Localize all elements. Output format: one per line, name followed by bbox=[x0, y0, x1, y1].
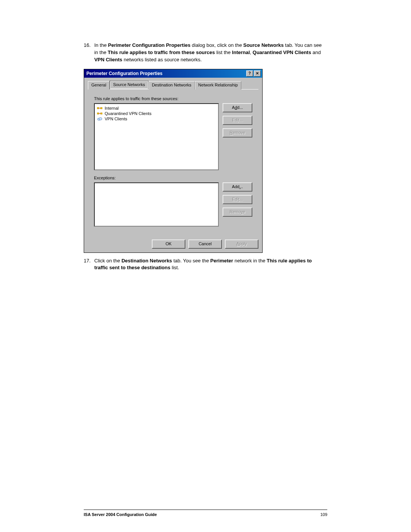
remove-exception-button[interactable]: Remove bbox=[223, 208, 252, 217]
svg-rect-1 bbox=[100, 107, 102, 109]
svg-rect-0 bbox=[97, 107, 99, 109]
step-16: 16. In the Perimeter Configuration Prope… bbox=[84, 42, 327, 64]
dialog-footer: OK Cancel Apply bbox=[84, 236, 262, 252]
document-page: 16. In the Perimeter Configuration Prope… bbox=[0, 0, 411, 532]
list-item-label: Internal bbox=[105, 106, 119, 110]
exceptions-label: Exceptions: bbox=[94, 176, 252, 180]
help-button[interactable]: ? bbox=[246, 70, 253, 77]
add-exception-button[interactable]: Add... bbox=[223, 182, 252, 192]
close-button[interactable]: ✕ bbox=[254, 70, 261, 77]
cloud-icon bbox=[97, 117, 102, 121]
step-text: In the Perimeter Configuration Propertie… bbox=[94, 42, 323, 64]
apply-button[interactable]: Apply bbox=[225, 240, 258, 249]
sources-listbox[interactable]: Internal Quarantined VPN Clients VPN Cli… bbox=[94, 103, 219, 170]
footer-title: ISA Server 2004 Configuration Guide bbox=[84, 512, 157, 517]
list-item-label: Quarantined VPN Clients bbox=[105, 111, 151, 116]
svg-point-7 bbox=[99, 117, 102, 120]
step-17: 17. Click on the Destination Networks ta… bbox=[84, 257, 327, 272]
tab-destination-networks[interactable]: Destination Networks bbox=[148, 81, 195, 89]
network-icon bbox=[97, 106, 102, 110]
page-footer: ISA Server 2004 Configuration Guide 109 bbox=[84, 510, 327, 517]
ok-button[interactable]: OK bbox=[152, 240, 185, 249]
sources-label: This rule applies to traffic from these … bbox=[94, 96, 252, 101]
exceptions-buttons: Add... Edit... Remove bbox=[223, 182, 252, 227]
edit-button[interactable]: Edit... bbox=[223, 116, 252, 125]
list-item[interactable]: Internal bbox=[97, 105, 216, 111]
tabstrip: General Source Networks Destination Netw… bbox=[84, 78, 262, 89]
page-number: 109 bbox=[320, 512, 327, 517]
tab-network-relationship[interactable]: Network Relationship bbox=[195, 81, 241, 89]
svg-rect-4 bbox=[100, 113, 102, 114]
list-item[interactable]: VPN Clients bbox=[97, 116, 216, 121]
step-number: 16. bbox=[84, 42, 93, 49]
edit-exception-button[interactable]: Edit... bbox=[223, 195, 252, 204]
list-item[interactable]: Quarantined VPN Clients bbox=[97, 111, 216, 116]
tab-panel: This rule applies to traffic from these … bbox=[88, 89, 258, 233]
exceptions-listbox[interactable] bbox=[94, 182, 219, 227]
tab-general[interactable]: General bbox=[88, 81, 110, 89]
perimeter-config-dialog: Perimeter Configuration Properties ? ✕ G… bbox=[84, 69, 263, 253]
tab-source-networks[interactable]: Source Networks bbox=[110, 81, 148, 89]
dialog-title: Perimeter Configuration Properties bbox=[86, 71, 245, 76]
step-text: Click on the Destination Networks tab. Y… bbox=[94, 257, 323, 272]
add-button[interactable]: Add... bbox=[223, 103, 252, 112]
cancel-button[interactable]: Cancel bbox=[188, 240, 222, 249]
remove-button[interactable]: Remove bbox=[223, 128, 252, 137]
svg-rect-3 bbox=[97, 113, 99, 114]
network-icon bbox=[97, 111, 102, 116]
titlebar[interactable]: Perimeter Configuration Properties ? ✕ bbox=[84, 69, 262, 78]
sources-buttons: Add... Edit... Remove bbox=[223, 103, 252, 170]
step-number: 17. bbox=[84, 257, 93, 265]
list-item-label: VPN Clients bbox=[105, 117, 127, 121]
